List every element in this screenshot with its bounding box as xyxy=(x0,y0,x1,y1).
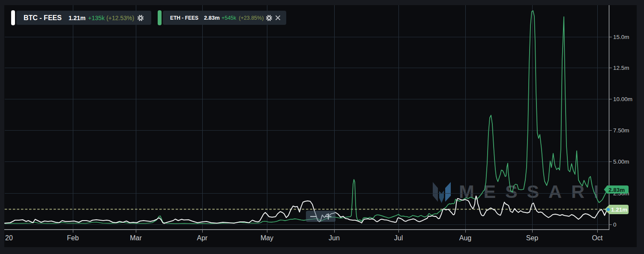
svg-text:Sep: Sep xyxy=(526,234,539,242)
svg-text:Jun: Jun xyxy=(329,234,340,242)
svg-text:Feb: Feb xyxy=(67,234,79,242)
svg-text:5.00m: 5.00m xyxy=(613,158,629,165)
svg-text:Mar: Mar xyxy=(130,234,142,242)
svg-text:0: 0 xyxy=(613,221,617,228)
svg-text:1.21m: 1.21m xyxy=(611,206,627,213)
svg-text:Apr: Apr xyxy=(197,234,208,242)
svg-text:15.0m: 15.0m xyxy=(613,34,629,40)
svg-text:Oct: Oct xyxy=(592,234,603,242)
svg-text:Jul: Jul xyxy=(394,234,403,242)
svg-text:12.5m: 12.5m xyxy=(613,65,629,71)
svg-text:May: May xyxy=(261,234,273,242)
svg-text:10.00m: 10.00m xyxy=(613,96,632,102)
svg-text:20: 20 xyxy=(5,234,13,242)
svg-text:2.83m: 2.83m xyxy=(608,187,625,193)
svg-text:7.50m: 7.50m xyxy=(613,127,629,134)
svg-text:Aug: Aug xyxy=(459,234,471,242)
